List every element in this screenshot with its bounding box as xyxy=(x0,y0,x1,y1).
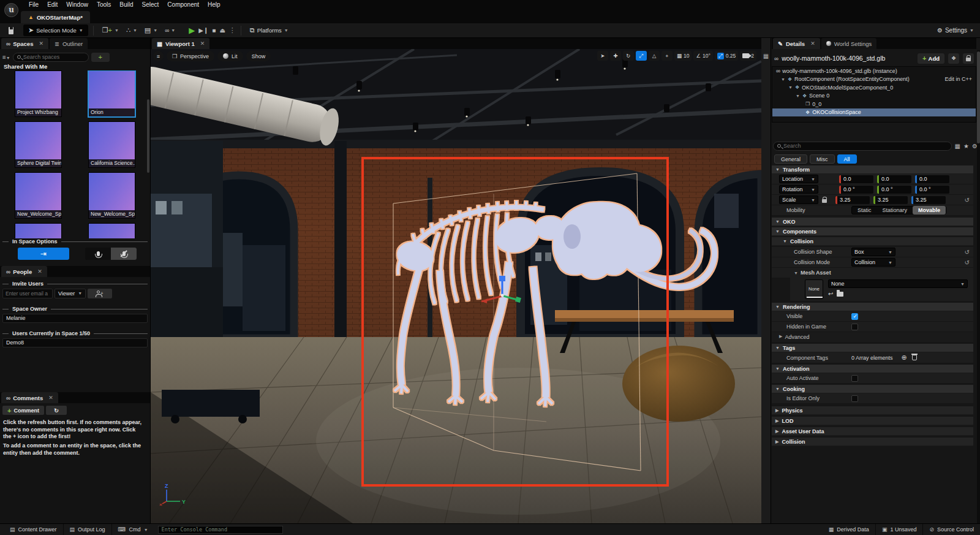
collision-shape-dropdown[interactable]: Box▼ xyxy=(851,248,895,256)
add-comment-button[interactable]: +Comment xyxy=(2,406,44,415)
cmd-dropdown[interactable]: ⌨ Cmd ▼ xyxy=(112,524,154,535)
platforms-dropdown[interactable]: ⧉ Platforms ▼ xyxy=(246,25,292,37)
space-thumbnail-selected[interactable]: Orion xyxy=(88,70,135,117)
add-array-element-icon[interactable]: ⊕ xyxy=(902,354,907,362)
close-icon[interactable]: ✕ xyxy=(810,40,815,47)
link-button[interactable]: ∞▼ xyxy=(161,25,179,37)
menu-window[interactable]: Window xyxy=(62,0,92,10)
tab-viewport-1[interactable]: ▦ Viewport 1 ✕ xyxy=(152,38,209,49)
add-component-button[interactable]: +Add xyxy=(918,53,944,64)
rotation-x-input[interactable]: 0.0 ° xyxy=(839,186,873,194)
step-forward-button[interactable]: ▶❙ xyxy=(198,27,208,34)
space-thumbnail[interactable]: California Science... xyxy=(88,121,135,168)
menu-file[interactable]: File xyxy=(24,0,43,10)
section-components[interactable]: ▼Components xyxy=(772,227,973,236)
tab-world-settings[interactable]: World Settings xyxy=(821,38,877,49)
filter-misc[interactable]: Misc xyxy=(810,154,835,164)
select-tool-button[interactable]: ➤ xyxy=(597,51,608,61)
refresh-comments-button[interactable]: ↻ xyxy=(46,406,67,415)
visible-checkbox[interactable] xyxy=(851,313,858,320)
space-thumbnail[interactable]: New_Welcome_Sp... xyxy=(88,172,135,219)
rotation-z-input[interactable]: 0.0 ° xyxy=(915,186,949,194)
clear-array-icon[interactable] xyxy=(912,355,917,360)
scale-z-input[interactable]: 3.25 xyxy=(911,196,946,204)
menu-tools[interactable]: Tools xyxy=(92,0,115,10)
tab-details[interactable]: ✎ Details ✕ xyxy=(773,38,820,49)
lock-button[interactable] xyxy=(963,53,974,64)
scale-x-input[interactable]: 3.25 xyxy=(835,196,870,204)
hidden-in-game-checkbox[interactable] xyxy=(851,324,858,330)
scale-y-input[interactable]: 3.25 xyxy=(873,196,908,204)
menu-build[interactable]: Build xyxy=(115,0,137,10)
details-scrollbar[interactable] xyxy=(977,50,980,523)
tab-spaces[interactable]: ∞ Spaces ✕ xyxy=(1,38,48,49)
add-actor-button[interactable]: ❒+▼ xyxy=(99,25,123,37)
role-dropdown[interactable]: Viewer▼ xyxy=(55,289,86,298)
console-input[interactable] xyxy=(162,526,279,533)
settings-dropdown[interactable]: ⚙ Settings ▼ xyxy=(937,27,974,34)
camera-speed-button[interactable]: 2 xyxy=(740,51,756,61)
edit-in-cpp-link[interactable]: Edit in C++ xyxy=(944,76,972,82)
section-asset-user-data[interactable]: ▶Asset User Data xyxy=(772,427,973,436)
close-icon[interactable]: ✕ xyxy=(200,40,205,47)
location-y-input[interactable]: 0.0 xyxy=(877,175,911,183)
rotation-y-input[interactable]: 0.0 ° xyxy=(877,186,911,194)
tab-outliner[interactable]: ≣ Outliner xyxy=(50,38,88,49)
perspective-dropdown[interactable]: ❒Perspective xyxy=(167,51,214,61)
reset-collision-mode-button[interactable]: ↺ xyxy=(965,259,970,266)
section-tags[interactable]: ▼Tags xyxy=(772,344,973,352)
details-search-box[interactable] xyxy=(773,142,952,151)
filter-all[interactable]: All xyxy=(837,154,857,164)
console-input-box[interactable] xyxy=(158,526,283,534)
details-search-input[interactable] xyxy=(783,143,948,149)
unsaved-button[interactable]: ▣ 1 Unsaved xyxy=(876,524,924,535)
surface-snap-button[interactable]: ⌖ xyxy=(662,51,673,61)
move-tool-button[interactable]: ✚ xyxy=(610,51,621,61)
space-thumbnail[interactable]: New_Welcome_Sp... xyxy=(15,172,62,219)
panel-grid-icon[interactable]: ▦ xyxy=(761,53,771,59)
world-local-button[interactable]: △ xyxy=(649,51,660,61)
location-dropdown[interactable]: Location▼ xyxy=(779,175,818,183)
is-editor-only-checkbox[interactable] xyxy=(851,395,858,402)
leave-space-button[interactable]: ⇥ xyxy=(18,248,69,260)
section-collision[interactable]: ▼Collision xyxy=(772,237,973,246)
save-button[interactable] xyxy=(5,25,17,37)
mesh-asset-thumbnail[interactable]: None xyxy=(805,279,823,299)
display-options-icon[interactable]: ▦ xyxy=(955,143,960,150)
section-activation[interactable]: ▼Activation xyxy=(772,365,973,373)
scale-lock-icon[interactable] xyxy=(822,199,827,203)
space-thumbnail-partial[interactable] xyxy=(88,223,135,238)
spaces-scrollbar[interactable] xyxy=(147,99,149,173)
play-options-button[interactable]: ⋮ xyxy=(229,26,236,34)
mobility-movable[interactable]: Movable xyxy=(913,206,946,214)
tab-comments[interactable]: ∞ Comments ✕ xyxy=(1,392,58,403)
space-thumbnail-partial[interactable] xyxy=(15,223,62,238)
source-control-button[interactable]: ⊘ Source Control xyxy=(923,524,980,535)
mic-muted-button[interactable] xyxy=(111,248,137,260)
space-thumbnail[interactable]: Sphere Digital Twin xyxy=(15,121,62,168)
section-transform[interactable]: ▼Transform xyxy=(772,165,973,174)
menu-edit[interactable]: Edit xyxy=(43,0,62,10)
browse-asset-icon[interactable] xyxy=(837,292,843,297)
add-space-button[interactable]: + xyxy=(91,53,110,62)
menu-select[interactable]: Select xyxy=(138,0,164,10)
mobility-static[interactable]: Static xyxy=(852,206,877,214)
filter-icon[interactable]: ≡▼ xyxy=(2,54,10,61)
location-x-input[interactable]: 0.0 xyxy=(839,175,873,183)
grid-snap-button[interactable]: ▦10 xyxy=(674,51,692,61)
close-icon[interactable]: ✕ xyxy=(37,268,42,275)
favorites-icon[interactable]: ★ xyxy=(963,143,969,150)
use-selected-asset-icon[interactable]: ↩ xyxy=(828,290,833,297)
stop-button[interactable]: ■ xyxy=(212,27,216,34)
tree-row-staticmodel[interactable]: ▼❖ OKOStaticModelSpaceComponent_0 xyxy=(772,83,976,92)
invite-email-input[interactable] xyxy=(2,289,53,298)
scale-tool-button[interactable]: ⤢ xyxy=(636,51,647,61)
menu-component[interactable]: Component xyxy=(163,0,203,10)
mobility-stationary[interactable]: Stationary xyxy=(877,206,913,214)
close-icon[interactable]: ✕ xyxy=(48,395,53,401)
mesh-asset-dropdown[interactable]: None▼ xyxy=(828,279,968,288)
invite-user-button[interactable]: + xyxy=(88,289,112,298)
filter-general[interactable]: General xyxy=(774,154,807,164)
rotation-dropdown[interactable]: Rotation▼ xyxy=(779,185,818,194)
blueprints-button[interactable]: ∴▼ xyxy=(123,25,141,37)
